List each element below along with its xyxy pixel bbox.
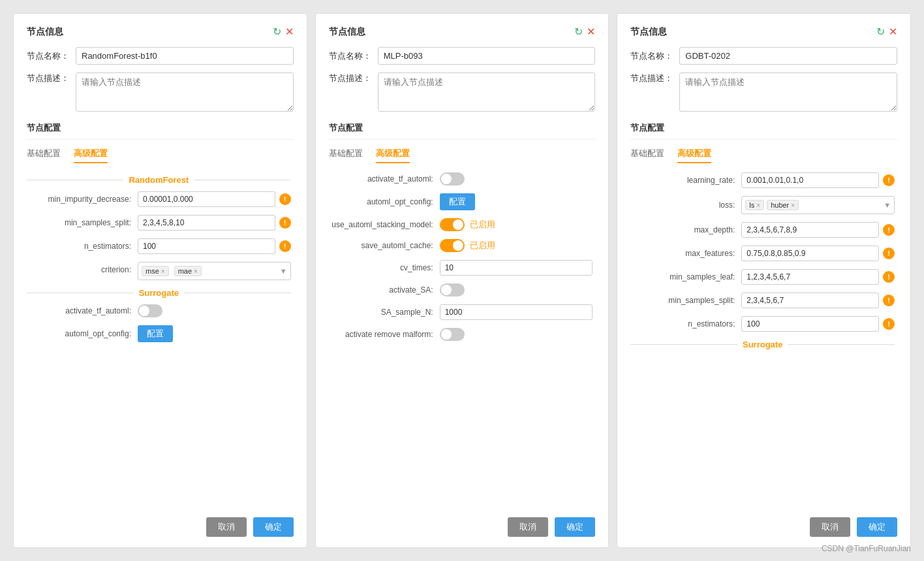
panel3-desc-row: 节点描述： [630,72,897,112]
config-row-automl-config: automl_opt_config: 配置 [27,325,291,342]
p2-input-sa-sample-n[interactable] [440,304,593,320]
tab-advanced-3[interactable]: 高级配置 [677,148,711,163]
panel1-config-title: 节点配置 [27,122,294,134]
tag-mse-remove[interactable]: × [161,268,165,275]
p2-cv-times: cv_times: [329,260,593,276]
tab-basic-1[interactable]: 基础配置 [27,148,61,163]
panel3-confirm-btn[interactable]: 确定 [857,517,897,537]
p2-input-cv-times[interactable] [440,260,593,276]
refresh-icon-3[interactable]: ↻ [876,25,885,38]
panel3-desc-input[interactable] [679,72,897,112]
p2-activate-remove: activate remove malform: [329,328,593,341]
close-icon-3[interactable]: ✕ [889,25,897,38]
panel2-cancel-btn[interactable]: 取消 [508,517,548,537]
watermark: CSDN @TianFuRuanJian [822,544,911,553]
panel2-desc-label: 节点描述： [329,72,378,84]
p3-label-loss: loss: [630,200,741,210]
panel2-confirm-btn[interactable]: 确定 [555,517,595,537]
panel3-section2-title: Surrogate [630,340,895,349]
p2-label-activate-sa: activate_SA: [329,285,440,295]
panel2-desc-input[interactable] [378,72,596,112]
close-icon[interactable]: ✕ [285,25,294,38]
btn-automl-config[interactable]: 配置 [138,325,173,342]
panel1-tabs: 基础配置 高级配置 [27,148,294,163]
panel3-footer: 取消 确定 [630,508,897,537]
p3-warn-lr: ! [883,174,895,186]
panel3-title: 节点信息 [630,26,667,38]
panel3-name-input[interactable] [679,47,897,65]
input-min-impurity[interactable] [138,191,275,207]
panel1-desc-input[interactable] [76,72,294,112]
p2-toggle-activate-automl[interactable] [440,172,465,185]
p3-input-min-samples-split[interactable] [741,293,879,308]
refresh-icon[interactable]: ↻ [273,25,281,38]
p3-loss: loss: ls × huber × ▼ [630,196,895,214]
p3-input-n-estimators[interactable] [741,316,879,332]
panel3-name-label: 节点名称： [630,50,679,62]
p3-min-samples-leaf: min_samples_leaf: ! [630,269,895,285]
tab-advanced-2[interactable]: 高级配置 [376,148,410,163]
panel1-icons: ↻ ✕ [273,25,294,38]
p3-input-max-features[interactable] [741,246,879,261]
p2-toggle-remove[interactable] [440,328,465,341]
warn-min-impurity: ! [279,193,291,205]
p3-input-max-depth[interactable] [741,222,879,238]
tag-mae-remove[interactable]: × [194,268,198,275]
p2-label-sa-sample-n: SA_sample_N: [329,308,440,317]
p3-label-min-samples-leaf: min_samples_leaf: [630,272,741,281]
panel-mlp: 节点信息 ↻ ✕ 节点名称： 节点描述： 节点配置 基础配置 高级配置 acti… [315,13,609,548]
tag-ls-remove[interactable]: × [756,202,760,209]
loss-dropdown-arrow[interactable]: ▼ [884,201,891,209]
toggle-automl[interactable] [138,304,162,317]
p3-label-min-samples-split: min_samples_split: [630,296,741,305]
close-icon-2[interactable]: ✕ [587,25,595,38]
tab-basic-3[interactable]: 基础配置 [630,148,664,163]
p2-toggle-stacking[interactable] [440,218,465,231]
panel1-confirm-btn[interactable]: 确定 [253,517,294,537]
config-row-min-impurity: min_impurity_decrease: ! [27,191,291,207]
p2-label-save-cache: save_automl_cache: [329,241,440,250]
p2-activate-sa: activate_SA: [329,283,593,297]
input-n-estimators[interactable] [138,238,275,254]
panel3-config-title: 节点配置 [630,122,897,134]
p3-learning-rate: learning_rate: ! [630,172,895,188]
config-row-min-samples-split: min_samples_split: ! [27,215,291,231]
p2-toggle-activate-sa[interactable] [440,283,465,297]
p3-input-min-samples-leaf[interactable] [741,269,879,285]
panel1-name-row: 节点名称： [27,47,294,65]
panel-gdbt: 节点信息 ↻ ✕ 节点名称： 节点描述： 节点配置 基础配置 高级配置 lear… [617,13,911,548]
panel1-header: 节点信息 ↻ ✕ [27,25,294,38]
p3-warn-min-samples-leaf: ! [883,271,895,283]
panel3-cancel-btn[interactable]: 取消 [810,517,850,537]
p3-min-samples-split: min_samples_split: ! [630,293,895,308]
label-automl-config: automl_opt_config: [27,329,138,338]
panel2-footer: 取消 确定 [329,508,596,537]
p2-btn-config[interactable]: 配置 [440,193,475,210]
tab-advanced-1[interactable]: 高级配置 [74,148,108,163]
p3-input-lr[interactable] [741,172,879,188]
criterion-dropdown-arrow[interactable]: ▼ [280,267,287,275]
p3-warn-min-samples-split: ! [883,295,895,306]
p2-save-cache: save_automl_cache: 已启用 [329,239,593,252]
tag-mae: mae × [174,266,202,276]
refresh-icon-2[interactable]: ↻ [574,25,583,38]
p3-loss-select[interactable]: ls × huber × ▼ [741,196,895,214]
panel2-name-input[interactable] [378,47,596,65]
panel1-footer: 取消 确定 [27,508,294,537]
panel1-section1-title: RandomForest [27,175,291,185]
p2-cache-enabled-text: 已启用 [470,240,495,251]
panel2-tabs: 基础配置 高级配置 [329,148,596,163]
tab-basic-2[interactable]: 基础配置 [329,148,363,163]
panel1-name-input[interactable] [76,47,294,65]
panel1-section2-title: Surrogate [27,288,291,298]
input-min-samples-split[interactable] [138,215,275,231]
criterion-tag-select[interactable]: mse × mae × ▼ [138,262,291,280]
panel2-config-title: 节点配置 [329,122,596,134]
panel2-icons: ↻ ✕ [574,25,595,38]
label-n-estimators: n_estimators: [27,242,138,251]
panel1-cancel-btn[interactable]: 取消 [206,517,247,537]
p3-warn-max-features: ! [883,248,895,259]
tag-huber-remove[interactable]: × [791,202,795,209]
p2-toggle-save-cache[interactable] [440,239,465,252]
tag-huber: huber × [767,200,799,210]
